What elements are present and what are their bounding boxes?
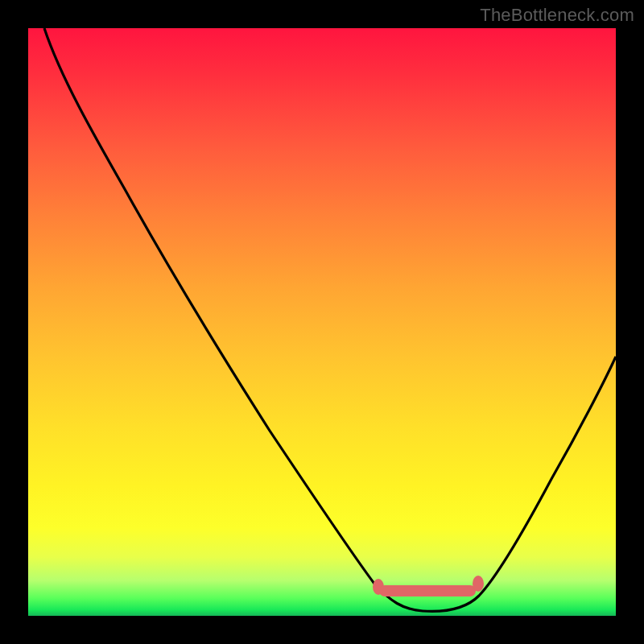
chart-plot-area [28, 28, 616, 616]
optimal-marker-right [473, 576, 484, 592]
bottleneck-curve [28, 28, 616, 616]
watermark-text: TheBottleneck.com [480, 5, 634, 26]
optimal-range-bar [379, 585, 476, 597]
curve-path [44, 28, 616, 611]
